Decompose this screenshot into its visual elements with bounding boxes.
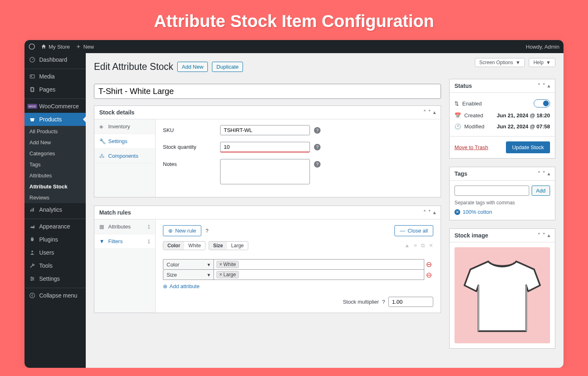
menu-tools[interactable]: Tools bbox=[24, 259, 86, 272]
qty-input[interactable] bbox=[220, 142, 310, 152]
trash-link[interactable]: Move to Trash bbox=[454, 144, 488, 150]
status-panel: Status ˄˅▴ ⇅Enabled 📅Created Jun 21, 202… bbox=[449, 79, 555, 159]
update-stock-button[interactable]: Update Stock bbox=[506, 141, 550, 153]
add-new-button[interactable]: Add New bbox=[177, 62, 208, 72]
menu-pages[interactable]: Pages bbox=[24, 83, 86, 96]
panel-down-icon[interactable]: ˅ bbox=[428, 210, 431, 215]
admin-topbar: My Store New Howdy, Admin bbox=[24, 40, 564, 53]
menu-dashboard[interactable]: Dashboard bbox=[24, 53, 86, 66]
help-icon[interactable]: ? bbox=[314, 127, 321, 134]
submenu-add-new[interactable]: Add New bbox=[24, 137, 86, 148]
svg-point-16 bbox=[33, 278, 33, 279]
wp-admin-frame: My Store New Howdy, Admin Dashboard Medi… bbox=[24, 40, 564, 368]
help-icon[interactable]: ? bbox=[314, 161, 321, 168]
list-icon[interactable]: ≡ bbox=[414, 242, 417, 249]
dashboard-icon bbox=[29, 56, 36, 63]
panel-title: Status bbox=[454, 83, 472, 89]
panel-up-icon[interactable]: ˄ bbox=[423, 110, 426, 115]
new-rule-button[interactable]: ⊕ New rule bbox=[163, 225, 201, 236]
panel-toggle-icon[interactable]: ▴ bbox=[433, 110, 436, 115]
svg-point-17 bbox=[31, 280, 32, 280]
duplicate-button[interactable]: Duplicate bbox=[212, 62, 243, 72]
submenu-reviews[interactable]: Reviews bbox=[24, 192, 86, 203]
add-attribute-link[interactable]: ⊕ Add attribute bbox=[163, 283, 200, 289]
menu-users[interactable]: Users bbox=[24, 246, 86, 259]
enabled-icon: ⇅ bbox=[454, 101, 459, 107]
chevron-down-icon: ▾ bbox=[207, 272, 210, 278]
menu-collapse[interactable]: Collapse menu bbox=[24, 288, 86, 302]
clock-icon: 🕐 bbox=[454, 123, 461, 130]
tab-inventory[interactable]: ◈ Inventory bbox=[94, 119, 155, 134]
help-button[interactable]: Help ▼ bbox=[529, 58, 555, 67]
remove-row-button[interactable]: ⊖ bbox=[424, 270, 433, 280]
chip-remove-icon[interactable]: × bbox=[219, 262, 222, 267]
sku-input[interactable] bbox=[220, 125, 310, 135]
menu-products[interactable]: Products bbox=[24, 113, 86, 126]
pages-icon bbox=[29, 86, 36, 93]
enabled-toggle[interactable] bbox=[534, 99, 550, 107]
menu-plugins[interactable]: Plugins bbox=[24, 233, 86, 246]
panel-title: Match rules bbox=[99, 209, 131, 216]
chevron-down-icon: ▼ bbox=[516, 60, 521, 65]
rule-chip[interactable]: Size Large bbox=[209, 241, 248, 250]
attribute-select[interactable]: Color ▾ bbox=[163, 259, 214, 270]
submenu-attribute-stock[interactable]: Attribute Stock bbox=[24, 181, 86, 192]
remove-tag-button[interactable]: ✕ bbox=[454, 209, 460, 215]
panel-down-icon[interactable]: ˅ bbox=[428, 110, 431, 115]
tab-settings[interactable]: 🔧 Settings bbox=[94, 134, 155, 149]
tab-filters[interactable]: ▼ Filters 1 bbox=[94, 234, 155, 249]
new-content[interactable]: New bbox=[76, 44, 94, 50]
site-link[interactable]: My Store bbox=[41, 44, 70, 50]
menu-appearance[interactable]: Appearance bbox=[24, 219, 86, 233]
multiplier-label: Stock multiplier bbox=[343, 299, 379, 305]
panel-title: Stock image bbox=[454, 232, 488, 239]
user-greeting[interactable]: Howdy, Admin bbox=[526, 44, 559, 50]
notes-input[interactable] bbox=[220, 159, 310, 184]
svg-point-18 bbox=[30, 293, 35, 298]
tab-components[interactable]: ⁂ Components bbox=[94, 149, 155, 163]
menu-settings[interactable]: Settings bbox=[24, 272, 86, 285]
modified-value: Jun 22, 2024 @ 07:58 bbox=[497, 123, 550, 130]
sort-icon[interactable]: ▲ bbox=[405, 242, 410, 249]
remove-row-button[interactable]: ⊖ bbox=[424, 259, 433, 270]
svg-rect-7 bbox=[31, 119, 34, 121]
help-icon[interactable]: ? bbox=[314, 144, 321, 150]
panel-title: Tags bbox=[454, 170, 468, 177]
menu-woocommerce[interactable]: woo WooCommerce bbox=[24, 98, 86, 113]
plugins-icon bbox=[29, 236, 36, 243]
help-icon[interactable]: ? bbox=[205, 228, 208, 234]
tags-input[interactable] bbox=[454, 186, 529, 196]
attribute-value[interactable]: ×Large bbox=[214, 270, 424, 280]
menu-media[interactable]: Media bbox=[24, 69, 86, 83]
close-all-button[interactable]: — Close all bbox=[394, 225, 433, 236]
help-icon[interactable]: ? bbox=[382, 299, 385, 305]
stock-image[interactable] bbox=[454, 247, 550, 343]
attribute-select[interactable]: Size ▾ bbox=[163, 270, 214, 280]
appearance-icon bbox=[29, 223, 36, 230]
rule-chip[interactable]: Color White bbox=[163, 241, 205, 250]
copy-icon[interactable]: ⧉ bbox=[421, 242, 425, 249]
close-icon[interactable]: ✕ bbox=[429, 242, 433, 249]
products-submenu: All Products Add New Categories Tags Att… bbox=[24, 126, 86, 203]
svg-rect-2 bbox=[30, 75, 35, 78]
submenu-attributes[interactable]: Attributes bbox=[24, 170, 86, 181]
add-tag-button[interactable]: Add bbox=[532, 186, 550, 196]
tools-icon bbox=[29, 262, 36, 269]
menu-analytics[interactable]: Analytics bbox=[24, 203, 86, 216]
wp-logo[interactable] bbox=[29, 43, 35, 50]
panel-toggle-icon[interactable]: ▴ bbox=[433, 210, 436, 215]
screen-options-button[interactable]: Screen Options ▼ bbox=[475, 58, 525, 67]
svg-rect-8 bbox=[30, 210, 31, 212]
multiplier-input[interactable] bbox=[388, 297, 433, 307]
tab-attributes[interactable]: ▦ Attributes 1 bbox=[94, 219, 155, 234]
submenu-categories[interactable]: Categories bbox=[24, 148, 86, 159]
submenu-tags[interactable]: Tags bbox=[24, 159, 86, 170]
title-input[interactable] bbox=[94, 84, 441, 99]
svg-rect-6 bbox=[30, 118, 35, 119]
submenu-all-products[interactable]: All Products bbox=[24, 126, 86, 137]
minus-icon: — bbox=[400, 228, 405, 234]
chip-remove-icon[interactable]: × bbox=[219, 272, 222, 278]
wrench-icon: 🔧 bbox=[99, 138, 105, 144]
attribute-value[interactable]: ×White bbox=[214, 259, 424, 270]
panel-up-icon[interactable]: ˄ bbox=[423, 210, 426, 215]
